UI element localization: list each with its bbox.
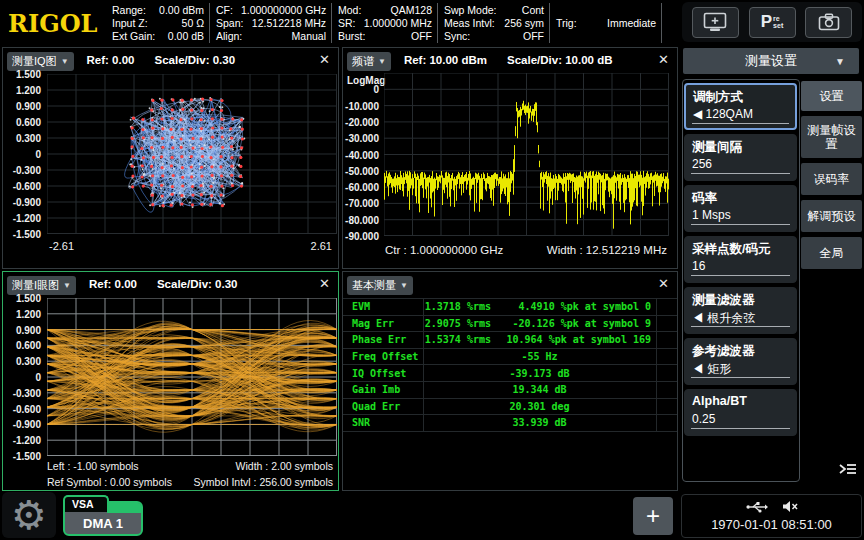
measurement-name: Quad Err [352, 401, 400, 412]
y-tick-label: -1.500 [13, 451, 41, 462]
sidebar-tab[interactable]: 设置 [801, 81, 862, 111]
panel-spectrum-close-button[interactable]: ✕ [658, 52, 669, 67]
eye-y-axis: 1.5001.2000.9000.6000.3000-0.300-0.600-0… [3, 298, 45, 456]
panel-spectrum-type-dropdown[interactable]: 频谱▼ [347, 52, 391, 71]
preset-label-re: re [773, 15, 783, 22]
measurement-row: Mag Err2.9075 %rms-20.126 %pk at symbol … [343, 315, 677, 332]
measurement-table: EVM1.3718 %rms4.4910 %pk at symbol 0Mag … [343, 298, 677, 432]
iq-y-axis: 1.5001.2000.9000.6000.3000-0.300-0.600-0… [3, 74, 45, 234]
status-label: Align: [216, 30, 242, 43]
menu-item-label: 采样点数/码元 [692, 241, 770, 258]
status-label: Input Z: [112, 17, 148, 30]
eye-scale-label: Scale/Div: 0.30 [157, 278, 238, 290]
top-status-bar: RIGOL Range:0.00 dBmInput Z:50 ΩExt Gain… [0, 0, 864, 45]
menu-item[interactable]: 码率1 Msps [684, 185, 797, 232]
spectrum-width: Width : 12.512219 MHz [547, 244, 667, 256]
measurement-name: Freq Offset [352, 351, 418, 362]
chevron-down-icon: ▼ [400, 281, 408, 290]
measurement-peak-value: -20.126 %pk at symbol 9 [513, 318, 651, 329]
y-tick-label: -80.000 [345, 215, 379, 226]
status-label: Sync: [444, 30, 470, 43]
spectrum-plot[interactable] [384, 73, 669, 236]
measurement-row: IQ Offset-39.173 dB [343, 364, 677, 381]
sidebar-tab[interactable]: 测量帧设置 [801, 116, 862, 158]
panel-iq-type-dropdown[interactable]: 测量IQ图▼ [7, 52, 74, 71]
status-clock-panel: 1970-01-01 08:51:00 [681, 494, 862, 538]
panel-iq-close-button[interactable]: ✕ [319, 52, 330, 67]
menu-item-label: 参考滤波器 [692, 343, 755, 360]
menu-item[interactable]: 调制方式◀ 128QAM [684, 83, 797, 130]
y-tick-label: 0.900 [16, 101, 41, 112]
status-label: SR: [338, 17, 356, 30]
panel-meas-type-dropdown[interactable]: 基本测量▼ [347, 276, 413, 295]
y-tick-label: 0.600 [16, 117, 41, 128]
panel-spectrum-titlebar: 频谱▼ Ref: 10.00 dBm Scale/Div: 10.00 dB ✕ [343, 48, 677, 72]
menu-item-value: ◀ 128QAM [693, 107, 753, 121]
y-tick-label: -1.200 [13, 435, 41, 446]
iq-x-max-label: 2.61 [311, 240, 332, 252]
menu-item[interactable]: 参考滤波器◀ 矩形 [684, 338, 797, 385]
chevron-down-icon: ▼ [61, 57, 69, 66]
measurement-value: -39.173 dB [423, 368, 656, 379]
camera-icon [818, 13, 840, 31]
add-app-button[interactable]: + [633, 497, 673, 535]
sidebar-tab[interactable]: 误码率 [801, 163, 862, 195]
eye-diagram-plot[interactable] [47, 298, 337, 456]
sidebar-menu-title: 测量设置 [745, 52, 797, 70]
menu-item-underline [691, 275, 790, 276]
y-tick-label: -60.000 [345, 182, 379, 193]
collapse-menu-icon [838, 461, 858, 477]
datetime-label: 1970-01-01 08:51:00 [682, 517, 861, 532]
status-label: Range: [112, 4, 146, 17]
panel-basic-measurement[interactable]: 基本测量▼ ✕ EVM1.3718 %rms4.4910 %pk at symb… [342, 271, 678, 491]
y-tick-label: -0.900 [13, 197, 41, 208]
panel-eye-close-button[interactable]: ✕ [319, 276, 330, 291]
eye-ref-label: Ref: 0.00 [89, 278, 137, 290]
status-label: Span: [216, 17, 243, 30]
topbar-buttons: P reset [682, 2, 862, 42]
iq-constellation-plot[interactable] [47, 74, 337, 234]
spectrum-scale-label: Scale/Div: 10.00 dB [507, 54, 612, 66]
eye-ref-symbol-label: Ref Symbol : 0.00 symbols [47, 476, 172, 488]
panel-meas-titlebar: 基本测量▼ ✕ [343, 272, 677, 296]
menu-item[interactable]: Alpha/BT0.25 [684, 389, 797, 436]
y-tick-label: -1.500 [13, 229, 41, 240]
status-value: 1.000000 MHz [364, 17, 432, 30]
status-label: Ext Gain: [112, 30, 155, 43]
eye-symbol-intvl-label: Symbol Intvl : 256.00 symbols [194, 476, 333, 488]
sidebar-tab[interactable]: 解调预设 [801, 200, 862, 232]
y-tick-label: -0.300 [13, 165, 41, 176]
panel-meas-close-button[interactable]: ✕ [658, 276, 669, 291]
screenshot-button[interactable] [805, 7, 852, 38]
add-view-button[interactable] [692, 7, 739, 38]
eye-width-label: Width : 2.00 symbols [236, 460, 333, 472]
iq-ref-label: Ref: 0.00 [87, 54, 135, 66]
measurement-name: EVM [352, 301, 370, 312]
chevron-down-icon: ▼ [835, 56, 845, 67]
menu-item-value: 1 Msps [692, 208, 731, 222]
measurement-row: Freq Offset-55 Hz [343, 348, 677, 365]
system-settings-button[interactable]: ⚙ [2, 492, 56, 538]
panel-measured-i-eye[interactable]: 测量I眼图▼ Ref: 0.00 Scale/Div: 0.30 ✕ 1.500… [2, 271, 339, 491]
menu-item[interactable]: 测量间隔256 [684, 134, 797, 181]
iq-x-min-label: -2.61 [49, 240, 74, 252]
rigol-logo: RIGOL [8, 9, 97, 38]
sidebar-menu-header[interactable]: 测量设置 ▼ [683, 48, 859, 74]
y-tick-label: 0.300 [16, 133, 41, 144]
menu-collapse-button[interactable] [836, 458, 860, 480]
preset-label-set: set [773, 22, 783, 29]
sidebar-tab[interactable]: 全局 [801, 237, 862, 269]
panel-eye-type-dropdown[interactable]: 测量I眼图▼ [7, 276, 76, 295]
menu-item-value: ◀ 矩形 [692, 361, 731, 378]
menu-item[interactable]: 测量滤波器◀ 根升余弦 [684, 287, 797, 334]
y-tick-label: -0.600 [13, 181, 41, 192]
meas-table-divider [423, 298, 424, 432]
status-value: 256 sym [504, 17, 544, 30]
menu-item[interactable]: 采样点数/码元16 [684, 236, 797, 283]
vsa-tab-accent [107, 503, 141, 513]
panel-spectrum[interactable]: 频谱▼ Ref: 10.00 dBm Scale/Div: 10.00 dB ✕… [342, 47, 678, 269]
status-label: Swp Mode: [444, 4, 497, 17]
panel-measured-iq[interactable]: 测量IQ图▼ Ref: 0.00 Scale/Div: 0.30 ✕ 1.500… [2, 47, 339, 269]
preset-button[interactable]: P reset [749, 7, 796, 38]
measurement-value: 33.939 dB [423, 417, 656, 428]
